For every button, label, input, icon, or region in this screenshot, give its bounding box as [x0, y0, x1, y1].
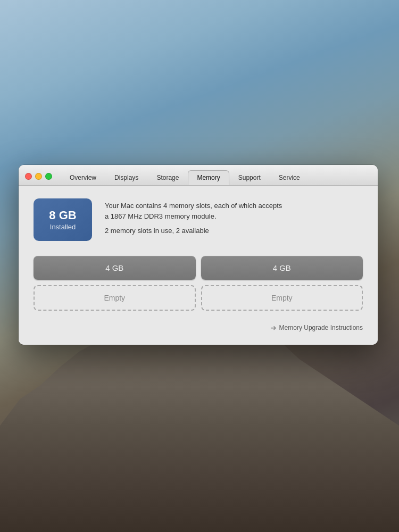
memory-slot-4: Empty: [201, 285, 363, 311]
tab-bar: Overview Displays Storage Memory Support…: [61, 170, 371, 185]
tab-displays[interactable]: Displays: [105, 170, 147, 185]
about-this-mac-window: Overview Displays Storage Memory Support…: [19, 165, 378, 345]
tab-overview[interactable]: Overview: [61, 170, 105, 185]
upgrade-link-icon: ➜: [270, 323, 277, 332]
traffic-lights: [25, 173, 52, 180]
maximize-button[interactable]: [45, 173, 52, 180]
memory-slots-status: 2 memory slots in use, 2 available: [105, 227, 363, 235]
memory-slot-3: Empty: [34, 285, 196, 311]
memory-slot-1: 4 GB: [34, 256, 196, 280]
upgrade-link-text: Memory Upgrade Instructions: [279, 324, 363, 331]
memory-panel-content: 8 GB Installed Your Mac contains 4 memor…: [19, 186, 378, 345]
memory-description: Your Mac contains 4 memory slots, each o…: [105, 198, 363, 241]
tab-memory[interactable]: Memory: [188, 170, 229, 185]
minimize-button[interactable]: [35, 173, 42, 180]
tab-support[interactable]: Support: [229, 170, 270, 185]
memory-installed-badge: 8 GB Installed: [34, 198, 92, 241]
title-bar: Overview Displays Storage Memory Support…: [19, 165, 378, 186]
footer: ➜ Memory Upgrade Instructions: [34, 321, 363, 332]
memory-installed-label: Installed: [50, 223, 76, 231]
memory-summary-section: 8 GB Installed Your Mac contains 4 memor…: [34, 198, 363, 241]
tab-storage[interactable]: Storage: [147, 170, 188, 185]
memory-info-line1: Your Mac contains 4 memory slots, each o…: [105, 201, 363, 221]
memory-upgrade-link[interactable]: ➜ Memory Upgrade Instructions: [270, 323, 363, 332]
memory-slots-grid: 4 GB 4 GB Empty Empty: [34, 256, 363, 311]
memory-slot-2: 4 GB: [201, 256, 363, 280]
close-button[interactable]: [25, 173, 32, 180]
tab-service[interactable]: Service: [270, 170, 309, 185]
memory-amount: 8 GB: [49, 209, 76, 222]
